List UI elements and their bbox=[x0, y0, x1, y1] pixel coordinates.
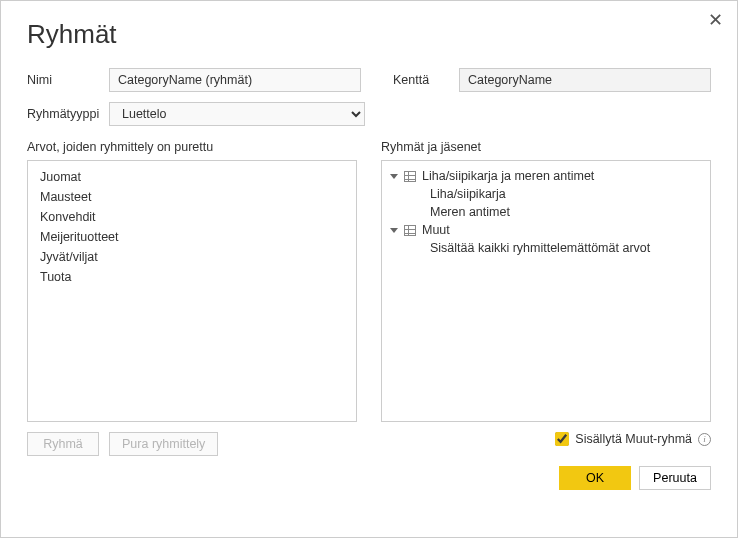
group-button[interactable]: Ryhmä bbox=[27, 432, 99, 456]
include-other-checkbox[interactable] bbox=[555, 432, 569, 446]
info-icon[interactable]: i bbox=[698, 433, 711, 446]
member-label: Sisältää kaikki ryhmittelemättömät arvot bbox=[430, 241, 650, 255]
list-item[interactable]: Tuota bbox=[28, 267, 356, 287]
table-icon bbox=[404, 171, 416, 182]
groups-column: Ryhmät ja jäsenet Liha/siipikarja ja mer… bbox=[381, 140, 711, 456]
chevron-down-icon[interactable] bbox=[390, 228, 398, 233]
name-label: Nimi bbox=[27, 73, 99, 87]
field-input[interactable] bbox=[459, 68, 711, 92]
tree-member[interactable]: Meren antimet bbox=[382, 203, 710, 221]
ok-button[interactable]: OK bbox=[559, 466, 631, 490]
tree-member[interactable]: Liha/siipikarja bbox=[382, 185, 710, 203]
groups-tree[interactable]: Liha/siipikarja ja meren antimet Liha/si… bbox=[381, 160, 711, 422]
table-icon bbox=[404, 225, 416, 236]
tree-group[interactable]: Liha/siipikarja ja meren antimet bbox=[382, 167, 710, 185]
group-actions: Ryhmä Pura ryhmittely bbox=[27, 432, 357, 456]
ungroup-button[interactable]: Pura ryhmittely bbox=[109, 432, 218, 456]
tree-member[interactable]: Sisältää kaikki ryhmittelemättömät arvot bbox=[382, 239, 710, 257]
group-type-select[interactable]: Luettelo bbox=[109, 102, 365, 126]
name-input[interactable] bbox=[109, 68, 361, 92]
tree-group[interactable]: Muut bbox=[382, 221, 710, 239]
list-item[interactable]: Juomat bbox=[28, 167, 356, 187]
groups-dialog: ✕ Ryhmät Nimi Kenttä Ryhmätyyppi Luettel… bbox=[1, 1, 737, 508]
groups-title: Ryhmät ja jäsenet bbox=[381, 140, 711, 154]
dialog-title: Ryhmät bbox=[27, 19, 711, 50]
form-row-name: Nimi Kenttä bbox=[27, 68, 711, 92]
include-other-label: Sisällytä Muut-ryhmä bbox=[575, 432, 692, 446]
list-item[interactable]: Mausteet bbox=[28, 187, 356, 207]
columns: Arvot, joiden ryhmittely on purettu Juom… bbox=[27, 140, 711, 456]
form-row-type: Ryhmätyyppi Luettelo bbox=[27, 102, 711, 126]
ungrouped-list[interactable]: Juomat Mausteet Konvehdit Meijerituottee… bbox=[27, 160, 357, 422]
close-icon[interactable]: ✕ bbox=[708, 11, 723, 29]
member-label: Meren antimet bbox=[430, 205, 510, 219]
group-label: Liha/siipikarja ja meren antimet bbox=[422, 169, 594, 183]
ungrouped-column: Arvot, joiden ryhmittely on purettu Juom… bbox=[27, 140, 357, 456]
include-other-row: Sisällytä Muut-ryhmä i bbox=[381, 432, 711, 446]
list-item[interactable]: Konvehdit bbox=[28, 207, 356, 227]
field-label: Kenttä bbox=[393, 73, 449, 87]
type-label: Ryhmätyyppi bbox=[27, 107, 99, 121]
list-item[interactable]: Jyvät/viljat bbox=[28, 247, 356, 267]
list-item[interactable]: Meijerituotteet bbox=[28, 227, 356, 247]
member-label: Liha/siipikarja bbox=[430, 187, 506, 201]
group-label: Muut bbox=[422, 223, 450, 237]
chevron-down-icon[interactable] bbox=[390, 174, 398, 179]
ungrouped-title: Arvot, joiden ryhmittely on purettu bbox=[27, 140, 357, 154]
cancel-button[interactable]: Peruuta bbox=[639, 466, 711, 490]
dialog-footer: OK Peruuta bbox=[27, 466, 711, 490]
